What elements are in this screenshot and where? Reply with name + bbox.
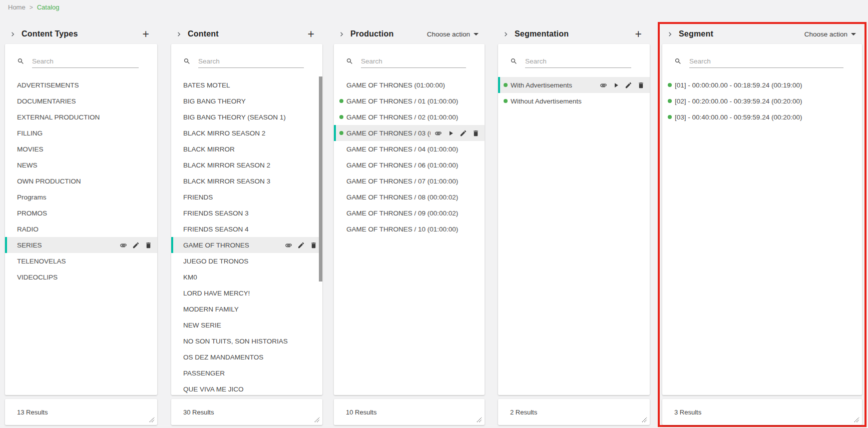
play-icon[interactable]: [447, 130, 455, 137]
resize-handle-icon[interactable]: [314, 416, 320, 422]
resize-handle-icon[interactable]: [476, 416, 482, 422]
list-item[interactable]: FRIENDS SEASON 4: [171, 221, 322, 237]
chevron-right-icon[interactable]: [666, 30, 674, 38]
list-item[interactable]: GAME OF THRONES / 09 (00:00:02): [334, 205, 485, 221]
list-item[interactable]: [01] - 00:00:00.00 - 00:18:59.24 (00:19:…: [662, 77, 862, 93]
list-item[interactable]: GAME OF THRONES / 02 (01:00:00): [334, 109, 485, 125]
list-item[interactable]: GAME OF THRONES / 01 (01:00:00): [334, 93, 485, 109]
scrollbar-thumb[interactable]: [319, 76, 322, 282]
list-item[interactable]: GAME OF THRONES / 08 (00:00:02): [334, 189, 485, 205]
results-footer: 2 Results: [498, 399, 650, 425]
play-icon[interactable]: [612, 82, 620, 89]
list-item[interactable]: FRIENDS SEASON 3: [171, 205, 322, 221]
list-item[interactable]: MODERN FAMILY: [171, 301, 322, 317]
list-item-label: GAME OF THRONES / 10 (01:00:00): [346, 226, 458, 233]
choose-action-dropdown[interactable]: Choose action: [427, 30, 479, 38]
list-item[interactable]: [02] - 00:20:00.00 - 00:39:59.24 (00:20:…: [662, 93, 862, 109]
list-item[interactable]: NEW SERIE: [171, 317, 322, 333]
list-item[interactable]: JUEGO DE TRONOS: [171, 253, 322, 269]
edit-icon[interactable]: [625, 82, 632, 89]
attachment-icon[interactable]: [435, 130, 442, 137]
choose-action-label: Choose action: [804, 30, 847, 38]
delete-icon[interactable]: [472, 130, 480, 137]
delete-icon[interactable]: [310, 242, 317, 249]
list-item[interactable]: MOVIES: [5, 141, 157, 157]
list-item[interactable]: GAME OF THRONES / 04 (01:00:00): [334, 141, 485, 157]
list-item[interactable]: BIG BANG THEORY (SEASON 1): [171, 109, 322, 125]
add-button[interactable]: +: [308, 29, 314, 39]
status-dot-slot: [668, 99, 675, 103]
list-item[interactable]: GAME OF THRONES / 06 (01:00:00): [334, 157, 485, 173]
list-item-label: [03] - 00:40:00.00 - 00:59:59.24 (00:20:…: [675, 114, 802, 121]
list-item-label: GAME OF THRONES / 01 (01:00:00): [346, 98, 458, 105]
search-input[interactable]: [198, 55, 304, 68]
list-item[interactable]: PROMOS: [5, 205, 157, 221]
chevron-right-icon[interactable]: [9, 30, 17, 38]
list-item[interactable]: DOCUMENTARIES: [5, 93, 157, 109]
search-icon: [346, 58, 353, 65]
results-count: 3 Results: [674, 408, 701, 416]
add-button[interactable]: +: [635, 29, 642, 39]
list-item[interactable]: GAME OF THRONES (01:00:00): [334, 77, 485, 93]
list-item[interactable]: LORD HAVE MERCY!: [171, 285, 322, 301]
choose-action-dropdown[interactable]: Choose action: [804, 30, 856, 38]
search-input[interactable]: [32, 55, 139, 68]
attachment-icon[interactable]: [285, 242, 292, 249]
list-item[interactable]: Programs: [5, 189, 157, 205]
resize-handle-icon[interactable]: [641, 416, 647, 422]
list-item[interactable]: OS DEZ MANDAMENTOS: [171, 349, 322, 365]
edit-icon[interactable]: [460, 130, 467, 137]
list-item[interactable]: [03] - 00:40:00.00 - 00:59:59.24 (00:20:…: [662, 109, 862, 125]
list-item[interactable]: Without Advertisements: [498, 93, 650, 109]
list-item[interactable]: SERIES: [5, 237, 157, 253]
chevron-right-icon[interactable]: [502, 30, 510, 38]
list-item[interactable]: FILLING: [5, 125, 157, 141]
search-input[interactable]: [689, 55, 843, 68]
list-item-label: BLACK MIRROR SEASON 2: [183, 162, 270, 169]
list-item[interactable]: ADVERTISEMENTS: [5, 77, 157, 93]
edit-icon[interactable]: [132, 242, 140, 249]
list-item-label: GAME OF THRONES: [183, 242, 249, 249]
add-button[interactable]: +: [143, 29, 149, 39]
list-item[interactable]: KM0: [171, 269, 322, 285]
list-item[interactable]: OWN PRODUCTION: [5, 173, 157, 189]
breadcrumb-home-link[interactable]: Home: [8, 4, 26, 11]
chevron-right-icon[interactable]: [175, 30, 183, 38]
list-item[interactable]: NO SON TUITS, SON HISTORIAS: [171, 333, 322, 349]
list-item[interactable]: GAME OF THRONES: [171, 237, 322, 253]
edit-icon[interactable]: [297, 242, 305, 249]
delete-icon[interactable]: [637, 82, 645, 89]
list-item[interactable]: PASSENGER: [171, 365, 322, 381]
list-item[interactable]: GAME OF THRONES / 07 (01:00:00): [334, 173, 485, 189]
attachment-icon[interactable]: [600, 82, 607, 89]
list-item[interactable]: With Advertisements: [498, 77, 650, 93]
row-actions: [430, 130, 480, 137]
resize-handle-icon[interactable]: [149, 416, 155, 422]
list-item[interactable]: GAME OF THRONES / 10 (01:00:00): [334, 221, 485, 237]
search-input[interactable]: [361, 55, 466, 68]
list-item[interactable]: EXTERNAL PRODUCTION: [5, 109, 157, 125]
search-box: [498, 44, 650, 77]
attachment-icon[interactable]: [120, 242, 127, 249]
list-item[interactable]: BLACK MIRROR: [171, 141, 322, 157]
chevron-right-icon[interactable]: [337, 30, 346, 38]
search-input[interactable]: [525, 55, 631, 68]
resize-handle-icon[interactable]: [853, 416, 859, 422]
list-item[interactable]: BLACK MIRROR SEASON 2: [171, 157, 322, 173]
list-item[interactable]: NEWS: [5, 157, 157, 173]
list-item[interactable]: BIG BANG THEORY: [171, 93, 322, 109]
list-item-label: With Advertisements: [511, 82, 572, 89]
list-item[interactable]: FRIENDS: [171, 189, 322, 205]
list-item[interactable]: QUE VIVA ME JICO: [171, 381, 322, 395]
results-footer: 30 Results: [171, 399, 322, 425]
list-item[interactable]: BLACK MIRROR SEASON 3: [171, 173, 322, 189]
list-item[interactable]: BATES MOTEL: [171, 77, 322, 93]
list-item[interactable]: GAME OF THRONES / 03 (01:00:0: [334, 125, 485, 141]
list-item[interactable]: VIDEOCLIPS: [5, 269, 157, 285]
list-item[interactable]: TELENOVELAS: [5, 253, 157, 269]
breadcrumb-current-link[interactable]: Catalog: [37, 4, 60, 11]
list-panel: [01] - 00:00:00.00 - 00:18:59.24 (00:19:…: [662, 44, 862, 395]
list-item[interactable]: RADIO: [5, 221, 157, 237]
list-item[interactable]: BLACK MIRRO SEASON 2: [171, 125, 322, 141]
delete-icon[interactable]: [145, 242, 152, 249]
